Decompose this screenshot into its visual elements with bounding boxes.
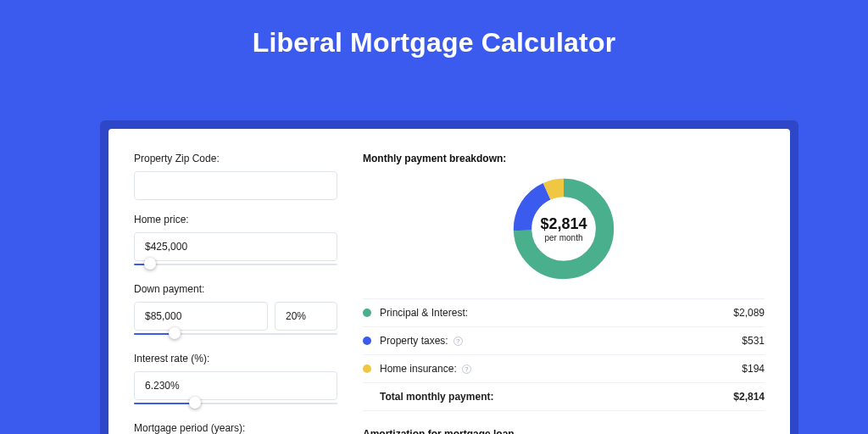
calculator-card: Property Zip Code: Home price: Down paym… bbox=[108, 129, 790, 434]
amortization-section: Amortization for mortgage loan Amortizat… bbox=[363, 428, 765, 434]
info-icon[interactable]: ? bbox=[462, 364, 471, 374]
home-price-input[interactable] bbox=[134, 232, 337, 261]
legend-total-label: Total monthly payment: bbox=[380, 391, 733, 403]
down-payment-field: Down payment: bbox=[134, 283, 337, 339]
home-price-field: Home price: bbox=[134, 214, 337, 270]
interest-rate-slider[interactable] bbox=[134, 398, 337, 409]
zip-label: Property Zip Code: bbox=[134, 153, 337, 164]
donut-chart-wrap: $2,814 per month bbox=[363, 175, 765, 283]
legend-dot bbox=[363, 337, 371, 345]
info-icon[interactable]: ? bbox=[453, 337, 463, 346]
zip-field: Property Zip Code: bbox=[134, 153, 337, 200]
legend-value: $2,089 bbox=[733, 307, 765, 319]
legend-row: Property taxes:?$531 bbox=[363, 327, 765, 355]
legend-total-row: Total monthly payment:$2,814 bbox=[363, 383, 765, 411]
slider-thumb[interactable] bbox=[169, 327, 181, 339]
legend-total-value: $2,814 bbox=[733, 391, 765, 403]
breakdown-legend: Principal & Interest:$2,089Property taxe… bbox=[363, 298, 765, 411]
down-payment-slider[interactable] bbox=[134, 329, 337, 339]
period-label: Mortgage period (years): bbox=[134, 422, 337, 434]
slider-fill bbox=[134, 403, 195, 404]
home-price-slider[interactable] bbox=[134, 259, 337, 270]
down-payment-pct-input[interactable] bbox=[275, 302, 337, 331]
donut-sublabel: per month bbox=[544, 233, 582, 242]
interest-rate-label: Interest rate (%): bbox=[134, 353, 337, 364]
period-field: Mortgage period (years): 10152030 bbox=[134, 422, 337, 434]
breakdown-title: Monthly payment breakdown: bbox=[363, 153, 765, 164]
legend-dot bbox=[363, 309, 371, 317]
donut-amount: $2,814 bbox=[540, 215, 587, 233]
legend-row: Home insurance:?$194 bbox=[363, 355, 765, 383]
home-price-label: Home price: bbox=[134, 214, 337, 225]
breakdown-panel: Monthly payment breakdown: $2,814 per mo… bbox=[363, 153, 765, 434]
zip-input[interactable] bbox=[134, 171, 337, 200]
legend-value: $531 bbox=[742, 335, 765, 347]
interest-rate-input[interactable] bbox=[134, 371, 337, 400]
donut-chart: $2,814 per month bbox=[509, 175, 618, 283]
page-title: Liberal Mortgage Calculator bbox=[0, 0, 868, 79]
legend-dot bbox=[363, 364, 371, 373]
slider-thumb[interactable] bbox=[144, 258, 156, 270]
legend-label: Home insurance:? bbox=[380, 363, 742, 375]
legend-row: Principal & Interest:$2,089 bbox=[363, 299, 765, 327]
down-payment-input[interactable] bbox=[134, 302, 268, 331]
amortization-title: Amortization for mortgage loan bbox=[363, 428, 765, 434]
donut-center: $2,814 per month bbox=[509, 175, 618, 283]
down-payment-label: Down payment: bbox=[134, 283, 337, 295]
legend-label: Property taxes:? bbox=[380, 335, 742, 347]
legend-label: Principal & Interest: bbox=[380, 307, 733, 319]
interest-rate-field: Interest rate (%): bbox=[134, 353, 337, 409]
input-panel: Property Zip Code: Home price: Down paym… bbox=[134, 153, 337, 434]
legend-value: $194 bbox=[742, 363, 765, 375]
slider-thumb[interactable] bbox=[189, 397, 201, 409]
slider-track bbox=[134, 264, 337, 265]
